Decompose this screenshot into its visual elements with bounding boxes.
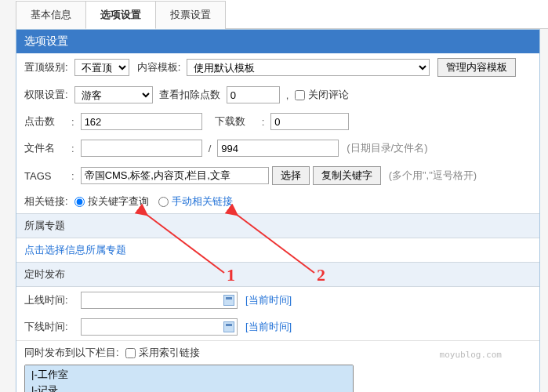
- close-comment-label: 关闭评论: [308, 88, 349, 102]
- downloads-label: 下载数: [215, 114, 252, 129]
- tpl-label: 内容模板:: [137, 60, 181, 74]
- deduct-input[interactable]: [227, 86, 280, 103]
- annotation-number-2: 2: [317, 265, 325, 285]
- close-comment-checkbox[interactable]: [295, 90, 305, 100]
- perm-select[interactable]: 游客: [74, 86, 153, 103]
- tab-options[interactable]: 选项设置: [85, 1, 156, 29]
- related-manual-radio[interactable]: [158, 197, 169, 207]
- offline-current-link[interactable]: [当前时间]: [245, 320, 292, 334]
- filename-suffix-input[interactable]: [217, 140, 339, 157]
- hits-input[interactable]: [81, 113, 202, 130]
- online-label: 上线时间:: [24, 293, 74, 307]
- manage-tpl-button[interactable]: 管理内容模板: [437, 58, 516, 77]
- topic-select-link[interactable]: 点击选择信息所属专题: [24, 243, 126, 257]
- annotation-number-1: 1: [227, 265, 235, 285]
- related-label: 相关链接:: [24, 194, 68, 209]
- tags-copy-button[interactable]: 复制关键字: [313, 166, 381, 185]
- separator: ,: [286, 89, 289, 101]
- sync-columns-listbox[interactable]: |-工作室 |-记录 |-随笔: [24, 365, 354, 392]
- offline-label: 下线时间:: [24, 320, 74, 334]
- schedule-header: 定时发布: [16, 262, 539, 287]
- related-manual-link[interactable]: 手动相关链接: [172, 194, 233, 209]
- online-current-link[interactable]: [当前时间]: [245, 293, 292, 307]
- offline-time-input[interactable]: [81, 318, 238, 336]
- related-keyword-label: 按关键字查询: [88, 194, 149, 209]
- filename-input[interactable]: [81, 140, 202, 157]
- calendar-icon[interactable]: [223, 321, 234, 332]
- filename-hint: (日期目录/文件名): [347, 141, 427, 155]
- hits-label: 点击数: [24, 114, 62, 129]
- options-panel: 选项设置 置顶级别: 不置顶 内容模板: 使用默认模板 管理内容模板 权限设置:…: [16, 29, 540, 392]
- filename-label: 文件名: [24, 141, 62, 155]
- tab-basic[interactable]: 基本信息: [16, 1, 86, 29]
- perm-label: 权限设置:: [24, 88, 68, 102]
- tags-select-button[interactable]: 选择: [272, 166, 310, 185]
- pin-label: 置顶级别:: [24, 60, 68, 74]
- index-link-checkbox[interactable]: [125, 348, 136, 358]
- topic-header: 所属专题: [16, 213, 539, 238]
- tpl-select[interactable]: 使用默认模板: [187, 59, 430, 76]
- sync-label: 同时发布到以下栏目:: [24, 346, 119, 360]
- tags-input[interactable]: [81, 167, 269, 184]
- index-link-label: 采用索引链接: [139, 346, 200, 360]
- tab-vote[interactable]: 投票设置: [155, 1, 226, 29]
- tags-label: TAGS: [24, 170, 62, 182]
- pin-select[interactable]: 不置顶: [74, 59, 129, 76]
- panel-title: 选项设置: [16, 30, 539, 53]
- deduct-label: 查看扣除点数: [159, 88, 220, 102]
- downloads-input[interactable]: [270, 113, 349, 130]
- watermark: moyublog.com: [440, 350, 502, 360]
- online-time-input[interactable]: [81, 292, 238, 309]
- calendar-icon[interactable]: [223, 295, 234, 306]
- related-keyword-radio[interactable]: [74, 197, 85, 207]
- tags-hint: (多个用","逗号格开): [389, 169, 477, 183]
